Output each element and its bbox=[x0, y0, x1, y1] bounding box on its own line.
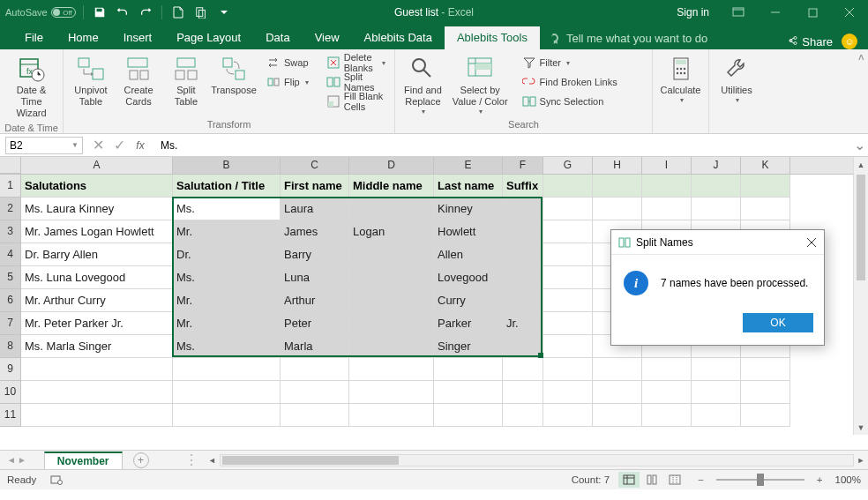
cell[interactable]: Suffix bbox=[503, 175, 543, 198]
quick-print-icon[interactable] bbox=[192, 3, 210, 22]
cell[interactable] bbox=[434, 358, 503, 381]
cell[interactable] bbox=[434, 404, 503, 427]
cell[interactable] bbox=[593, 198, 642, 220]
cell[interactable] bbox=[593, 381, 642, 404]
tab-insert[interactable]: Insert bbox=[111, 26, 165, 49]
cell[interactable] bbox=[642, 175, 692, 198]
cell[interactable]: Allen bbox=[434, 243, 503, 266]
sign-in-link[interactable]: Sign in bbox=[677, 6, 709, 19]
col-header-I[interactable]: I bbox=[642, 157, 692, 174]
cell[interactable] bbox=[434, 381, 503, 404]
find-replace-button[interactable]: Find and Replace ▾ bbox=[400, 53, 445, 117]
collapse-ribbon-icon[interactable]: ᴧ bbox=[858, 51, 864, 63]
cell[interactable] bbox=[543, 312, 593, 335]
view-page-layout-icon[interactable] bbox=[641, 472, 662, 488]
cell[interactable]: Kinney bbox=[434, 198, 503, 220]
cell[interactable] bbox=[349, 404, 434, 427]
zoom-slider[interactable] bbox=[716, 478, 804, 481]
cell[interactable] bbox=[503, 358, 543, 381]
cell[interactable] bbox=[642, 198, 692, 220]
cell[interactable] bbox=[173, 358, 281, 381]
tab-data[interactable]: Data bbox=[253, 26, 302, 49]
cell[interactable] bbox=[349, 381, 434, 404]
autosave-toggle[interactable]: AutoSave Off bbox=[5, 7, 76, 18]
select-by-button[interactable]: Select by Value / Color ▾ bbox=[449, 53, 512, 117]
cell[interactable] bbox=[21, 358, 173, 381]
cell[interactable] bbox=[741, 358, 790, 381]
cell[interactable] bbox=[692, 404, 741, 427]
cell[interactable] bbox=[741, 175, 790, 198]
swap-button[interactable]: Swap bbox=[263, 53, 312, 72]
row-header-11[interactable]: 11 bbox=[0, 404, 21, 427]
cell[interactable] bbox=[349, 266, 434, 289]
cell[interactable]: Curry bbox=[434, 289, 503, 312]
cell[interactable] bbox=[593, 358, 642, 381]
cell[interactable]: Dr. bbox=[173, 243, 281, 266]
cell[interactable] bbox=[543, 220, 593, 243]
fill-blank-cells-button[interactable]: Fill Blank Cells bbox=[323, 92, 389, 111]
cell[interactable]: Mr. Arthur Curry bbox=[21, 289, 173, 312]
cell[interactable] bbox=[692, 175, 741, 198]
cell[interactable]: Salutation / Title bbox=[173, 175, 281, 198]
name-box-dropdown-icon[interactable]: ▼ bbox=[71, 141, 79, 149]
row-header-7[interactable]: 7 bbox=[0, 312, 21, 335]
row-header-3[interactable]: 3 bbox=[0, 220, 21, 243]
cancel-formula-icon[interactable]: ✕ bbox=[90, 137, 106, 153]
cell[interactable] bbox=[642, 358, 692, 381]
cell[interactable] bbox=[543, 175, 593, 198]
cell[interactable] bbox=[543, 381, 593, 404]
transpose-button[interactable]: Transpose bbox=[212, 53, 256, 98]
cell[interactable] bbox=[349, 289, 434, 312]
dialog-close-icon[interactable] bbox=[806, 237, 817, 248]
col-header-K[interactable]: K bbox=[741, 157, 790, 174]
cell[interactable] bbox=[692, 198, 741, 220]
cell[interactable] bbox=[543, 358, 593, 381]
view-page-break-icon[interactable] bbox=[664, 472, 685, 488]
row-header-10[interactable]: 10 bbox=[0, 381, 21, 404]
cell[interactable] bbox=[281, 381, 349, 404]
tab-file[interactable]: File bbox=[12, 26, 56, 49]
col-header-C[interactable]: C bbox=[281, 157, 349, 174]
cell[interactable] bbox=[349, 243, 434, 266]
share-button[interactable]: Share bbox=[786, 35, 833, 49]
tab-ablebits-tools[interactable]: Ablebits Tools bbox=[445, 26, 540, 49]
cell[interactable]: Marla bbox=[281, 335, 349, 358]
cell[interactable] bbox=[741, 404, 790, 427]
row-header-1[interactable]: 1 bbox=[0, 175, 21, 198]
new-sheet-button[interactable]: + bbox=[133, 452, 149, 468]
cell[interactable]: Ms. Laura Kinney bbox=[21, 198, 173, 220]
horizontal-scrollbar[interactable] bbox=[220, 454, 855, 466]
filter-button[interactable]: Filter▾ bbox=[519, 53, 621, 72]
col-header-H[interactable]: H bbox=[593, 157, 642, 174]
cell[interactable] bbox=[692, 358, 741, 381]
cell[interactable] bbox=[692, 381, 741, 404]
macro-record-icon[interactable] bbox=[50, 474, 63, 485]
cell[interactable] bbox=[642, 381, 692, 404]
cell[interactable] bbox=[543, 335, 593, 358]
tab-view[interactable]: View bbox=[303, 26, 352, 49]
cell[interactable]: Barry bbox=[281, 243, 349, 266]
hscroll-right-icon[interactable]: ► bbox=[854, 456, 868, 465]
cell[interactable]: Laura bbox=[281, 198, 349, 220]
new-file-icon[interactable] bbox=[169, 3, 187, 22]
tab-home[interactable]: Home bbox=[56, 26, 111, 49]
view-normal-icon[interactable] bbox=[618, 472, 640, 488]
cell[interactable] bbox=[281, 358, 349, 381]
cell[interactable]: Ms. bbox=[173, 335, 281, 358]
unpivot-table-button[interactable]: Unpivot Table bbox=[69, 53, 113, 109]
cell[interactable]: Mr. bbox=[173, 312, 281, 335]
maximize-icon[interactable] bbox=[794, 0, 831, 25]
cell[interactable] bbox=[741, 198, 790, 220]
sheet-nav-next-icon[interactable]: ► bbox=[18, 455, 26, 465]
cell[interactable]: Arthur bbox=[281, 289, 349, 312]
calculate-button[interactable]: Calculate ▾ bbox=[658, 53, 703, 106]
col-header-D[interactable]: D bbox=[349, 157, 434, 174]
hscroll-left-icon[interactable]: ◄ bbox=[206, 456, 220, 465]
row-header-5[interactable]: 5 bbox=[0, 266, 21, 289]
cell[interactable] bbox=[543, 404, 593, 427]
feedback-smile-icon[interactable]: ☺ bbox=[842, 34, 857, 49]
cell[interactable] bbox=[503, 404, 543, 427]
cell[interactable] bbox=[503, 335, 543, 358]
utilities-button[interactable]: Utilities ▾ bbox=[715, 53, 759, 106]
hscroll-thumb[interactable] bbox=[222, 456, 399, 465]
